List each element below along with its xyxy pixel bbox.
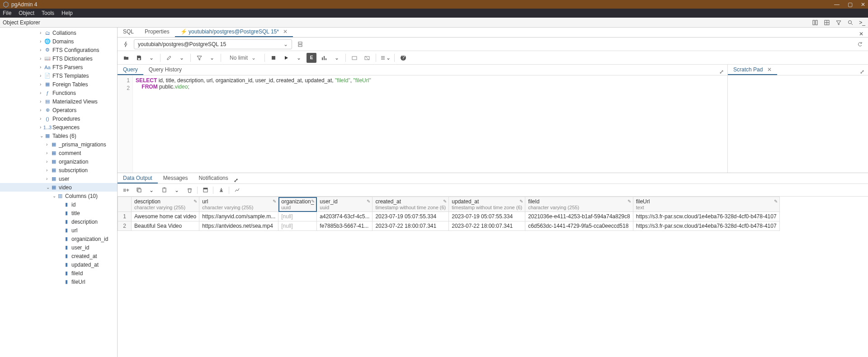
scratch-close-icon[interactable]: ✕ (767, 66, 772, 73)
tree-item[interactable]: ›AaFTS Parsers (0, 63, 117, 71)
tab-sql[interactable]: SQL (118, 27, 139, 37)
cell[interactable]: 2023-07-19 05:07:55.334 (373, 212, 449, 221)
stop-button[interactable] (269, 53, 278, 63)
tree-item[interactable]: ›⊕Operators (0, 106, 117, 114)
row-limit-dropdown[interactable]: No limit ⌄ (225, 54, 261, 61)
column-header[interactable]: created_attimestamp without time zone (6… (373, 197, 449, 212)
tree-item[interactable]: ▮user_id (0, 243, 117, 252)
column-header[interactable]: fileUrltext✎ (633, 197, 779, 212)
tree-item[interactable]: ›📖FTS Dictionaries (0, 54, 117, 63)
tree-item[interactable]: ▮updated_at (0, 260, 117, 269)
tab-scratch-pad[interactable]: Scratch Pad ✕ (728, 65, 777, 75)
copy-dropdown[interactable]: ⌄ (146, 185, 156, 195)
copy-button[interactable] (134, 185, 144, 195)
menu-tools[interactable]: Tools (42, 10, 54, 16)
delete-row-button[interactable] (184, 185, 194, 195)
tree-item[interactable]: ›ƒFunctions (0, 89, 117, 97)
tree-item[interactable]: ▮organization_id (0, 235, 117, 243)
cell[interactable]: https://antvideos.net/sea.mp4 (199, 221, 278, 231)
expand-scratch-icon[interactable]: ⤢ (856, 69, 868, 75)
tab-close-icon[interactable]: ✕ (283, 28, 288, 35)
download-button[interactable] (216, 185, 226, 195)
column-header[interactable]: updated_attimestamp without time zone (6… (449, 197, 525, 212)
tree-item[interactable]: ›▦comment (0, 149, 117, 157)
column-header[interactable]: descriptioncharacter varying (255)✎ (132, 197, 199, 212)
tree-item[interactable]: ›🌐Domains (0, 37, 117, 46)
cell[interactable]: https://s3.fr-par.scw.cloud/1e4eba76-328… (633, 221, 779, 231)
tree-item[interactable]: ›1..3Sequences (0, 123, 117, 132)
cell[interactable]: 2023-07-22 18:00:07.341 (449, 221, 525, 231)
object-tree[interactable]: ›🗂Collations›🌐Domains›⚙FTS Configuration… (0, 28, 118, 357)
column-header[interactable]: organization_uuid✎ (278, 197, 317, 212)
explorer-filter-icon[interactable] (835, 19, 842, 26)
tree-item[interactable]: ▮fileId (0, 269, 117, 277)
column-header[interactable]: fileIdcharacter varying (255)✎ (525, 197, 633, 212)
cell[interactable]: Beautiful Sea Video (132, 221, 199, 231)
cell[interactable]: Awesome home cat video (132, 212, 199, 221)
tree-item[interactable]: ▮title (0, 209, 117, 217)
cell[interactable]: 2023-07-22 18:00:07.341 (373, 221, 449, 231)
tree-item[interactable]: ⌄▦video (0, 183, 117, 192)
tab-messages[interactable]: Messages (158, 174, 193, 183)
tree-item[interactable]: ▮description (0, 217, 117, 226)
tabs-close-all-icon[interactable]: ✕ (854, 31, 868, 37)
tree-item[interactable]: ⌄▦Tables (6) (0, 132, 117, 140)
tree-item[interactable]: ⌄▥Columns (10) (0, 192, 117, 200)
tree-item[interactable]: ▮fileUrl (0, 277, 117, 286)
save-dropdown[interactable]: ⌄ (146, 53, 156, 63)
tree-item[interactable]: ›▦Foreign Tables (0, 80, 117, 89)
tab-notifications[interactable]: Notifications (193, 174, 233, 183)
save-button[interactable] (134, 53, 144, 63)
execute-button[interactable] (281, 53, 291, 63)
cell[interactable]: 2021036e-e411-4253-b1af-594a74a829c8 (525, 212, 633, 221)
save-data-button[interactable] (200, 185, 210, 195)
open-file-button[interactable] (121, 53, 131, 63)
edit-button[interactable] (164, 53, 174, 63)
execute-dropdown[interactable]: ⌄ (294, 53, 304, 63)
tree-item[interactable]: ›()Procedures (0, 114, 117, 123)
edit-dropdown[interactable]: ⌄ (177, 53, 187, 63)
cell[interactable]: a4203f74-63cf-4c5... (317, 212, 373, 221)
connection-lightning-icon[interactable] (121, 40, 130, 49)
chart-button[interactable] (232, 185, 242, 195)
reset-layout-icon[interactable] (855, 40, 864, 49)
explain-analyze-button[interactable] (319, 53, 329, 63)
tab-properties[interactable]: Properties (139, 27, 175, 37)
tree-item[interactable]: ›▦subscription (0, 166, 117, 174)
cell[interactable]: [null] (278, 212, 317, 221)
explain-button[interactable]: E (307, 53, 316, 63)
add-row-button[interactable]: ≡+ (121, 185, 131, 195)
rollback-button[interactable] (362, 53, 372, 63)
scratch-pad-area[interactable] (728, 75, 868, 173)
window-maximize-button[interactable]: ▢ (848, 1, 853, 8)
tree-item[interactable]: ▮id (0, 200, 117, 209)
explorer-view-props-icon[interactable] (812, 19, 818, 26)
filter-button[interactable] (194, 53, 204, 63)
expand-editor-icon[interactable]: ⤢ (716, 69, 727, 75)
tree-item[interactable]: ▮url (0, 226, 117, 235)
macros-button[interactable]: ⌄ (380, 53, 391, 63)
connection-server-icon[interactable] (296, 40, 305, 49)
cell[interactable]: https://anyvid.com/sample.m... (199, 212, 278, 221)
subtab-query[interactable]: Query (118, 65, 143, 75)
tree-item[interactable]: ›📄FTS Templates (0, 71, 117, 80)
help-button[interactable]: ? (398, 53, 408, 63)
sql-editor[interactable]: 12 SELECT id, title, description, url, o… (118, 75, 727, 173)
filter-dropdown[interactable]: ⌄ (207, 53, 217, 63)
column-header[interactable]: user_iduuid✎ (317, 197, 373, 212)
explain-dropdown[interactable]: ⌄ (332, 53, 342, 63)
window-close-button[interactable]: ✕ (861, 1, 865, 8)
connection-dropdown[interactable]: youtubiah/postgres@PostgreSQL 15 ⌄ (134, 39, 292, 49)
tree-item[interactable]: ›⚙FTS Configurations (0, 46, 117, 54)
tree-item[interactable]: ›🗂Collations (0, 28, 117, 37)
menu-help[interactable]: Help (61, 10, 73, 16)
explorer-view-grid-icon[interactable] (824, 19, 830, 26)
editor-code[interactable]: SELECT id, title, description, url, orga… (133, 75, 727, 173)
results-grid[interactable]: descriptioncharacter varying (255)✎urlch… (118, 197, 868, 357)
cell[interactable]: [null] (278, 221, 317, 231)
tree-item[interactable]: ›▦organization (0, 157, 117, 166)
cell[interactable]: https://s3.fr-par.scw.cloud/1e4eba76-328… (633, 212, 779, 221)
explorer-psql-icon[interactable]: >_ (859, 19, 865, 26)
tab-query-tool[interactable]: ⚡ youtubiah/postgres@PostgreSQL 15* ✕ (175, 27, 293, 37)
window-minimize-button[interactable]: — (834, 1, 840, 8)
